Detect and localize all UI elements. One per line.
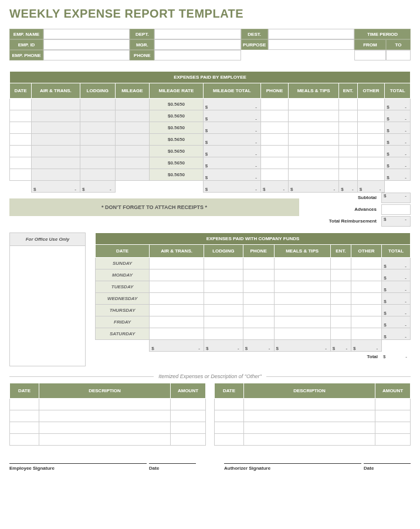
cell[interactable]: [150, 293, 204, 305]
cell[interactable]: [204, 305, 243, 316]
cell[interactable]: [10, 410, 39, 422]
cell[interactable]: [357, 122, 385, 134]
cell[interactable]: [260, 122, 288, 134]
cell[interactable]: [31, 122, 80, 134]
cell[interactable]: [204, 258, 243, 269]
cell[interactable]: [351, 281, 382, 293]
emp-date-line[interactable]: Date: [149, 463, 196, 471]
cell[interactable]: [115, 110, 150, 122]
cell[interactable]: [339, 110, 358, 122]
cell[interactable]: [215, 422, 244, 434]
cell[interactable]: [351, 269, 382, 281]
cell[interactable]: [171, 434, 206, 446]
cell[interactable]: [339, 157, 358, 169]
cell[interactable]: [351, 316, 382, 328]
cell[interactable]: [375, 399, 411, 410]
cell[interactable]: [80, 146, 115, 157]
cell[interactable]: [243, 269, 274, 281]
cell[interactable]: [215, 399, 244, 410]
cell[interactable]: [39, 399, 171, 410]
cell[interactable]: [357, 110, 385, 122]
cell[interactable]: [260, 157, 288, 169]
cell[interactable]: [215, 434, 244, 446]
field-from[interactable]: [354, 50, 386, 60]
cell[interactable]: [339, 122, 358, 134]
cell[interactable]: [339, 146, 358, 157]
cell[interactable]: [260, 169, 288, 181]
field-emp-name[interactable]: [43, 29, 130, 39]
cell[interactable]: [244, 410, 375, 422]
cell[interactable]: [31, 169, 80, 181]
field-dept[interactable]: [154, 29, 241, 39]
cell[interactable]: [80, 169, 115, 181]
cell[interactable]: [289, 122, 339, 134]
cell[interactable]: [357, 157, 385, 169]
field-purpose[interactable]: [268, 39, 354, 50]
cell[interactable]: [10, 399, 39, 410]
cell[interactable]: [289, 99, 339, 110]
cell[interactable]: [274, 328, 330, 340]
cell[interactable]: [244, 422, 375, 434]
cell[interactable]: [357, 99, 385, 110]
cell[interactable]: [260, 99, 288, 110]
cell[interactable]: [289, 169, 339, 181]
cell[interactable]: [330, 328, 351, 340]
field-mgr[interactable]: [154, 39, 241, 50]
cell[interactable]: [215, 410, 244, 422]
cell[interactable]: [204, 281, 243, 293]
cell[interactable]: [10, 157, 32, 169]
cell[interactable]: [330, 293, 351, 305]
cell[interactable]: [80, 110, 115, 122]
cell[interactable]: [357, 169, 385, 181]
cell[interactable]: [330, 281, 351, 293]
field-phone[interactable]: [154, 50, 241, 60]
cell[interactable]: [243, 281, 274, 293]
cell[interactable]: [10, 169, 32, 181]
cell[interactable]: [31, 110, 80, 122]
cell[interactable]: [115, 169, 150, 181]
cell[interactable]: [274, 305, 330, 316]
cell[interactable]: [274, 293, 330, 305]
cell[interactable]: [339, 134, 358, 146]
cell[interactable]: [150, 269, 204, 281]
cell[interactable]: [39, 434, 171, 446]
cell[interactable]: [80, 134, 115, 146]
cell[interactable]: [10, 146, 32, 157]
cell[interactable]: [39, 410, 171, 422]
cell[interactable]: [150, 328, 204, 340]
cell[interactable]: [243, 293, 274, 305]
cell[interactable]: [10, 434, 39, 446]
cell[interactable]: [10, 122, 32, 134]
cell[interactable]: [339, 99, 358, 110]
advances-value[interactable]: [381, 204, 411, 215]
cell[interactable]: [289, 146, 339, 157]
authorizer-signature-line[interactable]: Authorizer Signature: [224, 463, 361, 471]
cell[interactable]: [274, 269, 330, 281]
cell[interactable]: [244, 399, 375, 410]
cell[interactable]: [31, 99, 80, 110]
cell[interactable]: [80, 99, 115, 110]
cell[interactable]: [31, 134, 80, 146]
cell[interactable]: [289, 110, 339, 122]
cell[interactable]: [115, 146, 150, 157]
cell[interactable]: [243, 328, 274, 340]
cell[interactable]: [243, 258, 274, 269]
cell[interactable]: [80, 157, 115, 169]
cell[interactable]: [260, 134, 288, 146]
cell[interactable]: [204, 316, 243, 328]
cell[interactable]: [150, 305, 204, 316]
cell[interactable]: [357, 146, 385, 157]
cell[interactable]: [274, 316, 330, 328]
cell[interactable]: [357, 134, 385, 146]
cell[interactable]: [10, 422, 39, 434]
cell[interactable]: [375, 422, 411, 434]
cell[interactable]: [330, 258, 351, 269]
cell[interactable]: [10, 134, 32, 146]
field-to[interactable]: [386, 50, 411, 60]
cell[interactable]: [80, 122, 115, 134]
field-emp-id[interactable]: [43, 39, 130, 50]
cell[interactable]: [31, 146, 80, 157]
cell[interactable]: [204, 269, 243, 281]
cell[interactable]: [115, 134, 150, 146]
cell[interactable]: [150, 281, 204, 293]
